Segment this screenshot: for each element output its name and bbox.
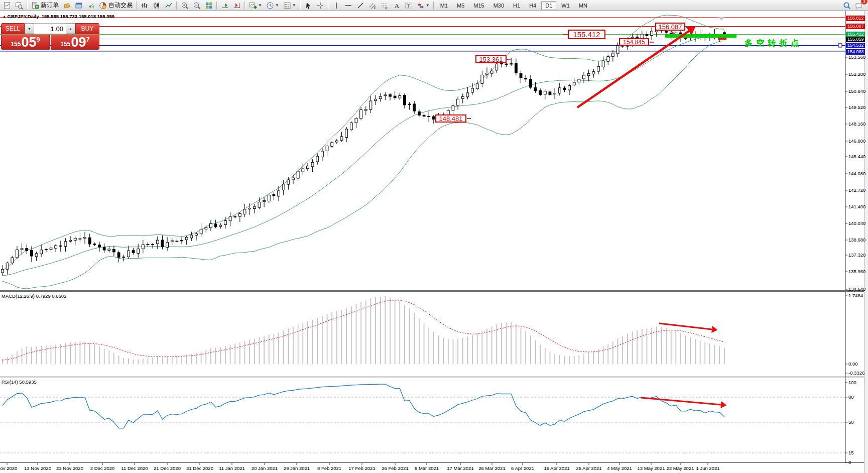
hline-handle[interactable] — [838, 44, 842, 47]
autotrading-button[interactable]: 自动交易 — [97, 0, 135, 11]
sell-button[interactable]: SELL — [1, 23, 25, 34]
date-axis-label: 26 Mar 2021 — [478, 465, 505, 471]
price-axis-tick: 144.080 — [848, 171, 865, 176]
candlestick-mode-button[interactable] — [151, 0, 163, 11]
date-axis-label: 13 Nov 2020 — [24, 465, 51, 471]
symbol-ohlc-bar: ▲ GBPJPY,Daily 155.585 155.733 155.018 1… — [3, 14, 114, 19]
price-annotation[interactable]: 154.845 — [619, 38, 649, 46]
signals-button[interactable] — [85, 0, 97, 11]
horizontal-line-tool-button[interactable] — [342, 0, 354, 11]
toolbar-separator — [300, 2, 301, 10]
hline-icon — [344, 2, 352, 10]
date-axis-label: 26 Feb 2021 — [382, 465, 408, 471]
volume-increase-button[interactable]: ▲ — [66, 24, 75, 34]
timeframe-h4-button[interactable]: H4 — [525, 1, 540, 10]
templates-button-dropdown-icon[interactable]: ▼ — [292, 3, 296, 8]
price-axis-tick: 137.320 — [848, 253, 865, 258]
chart-profiles-button[interactable] — [13, 0, 25, 11]
auto-scroll-button[interactable] — [219, 0, 231, 11]
crosshair-tool-button[interactable] — [314, 0, 326, 11]
chart-doc-icon — [3, 2, 11, 10]
date-axis-label: 4 May 2021 — [607, 465, 632, 471]
text-tool-button[interactable]: A — [391, 0, 403, 11]
date-axis-label: 31 Dec 2020 — [186, 465, 213, 471]
label-icon: T — [405, 2, 413, 10]
notifications-button[interactable]: 1 — [853, 0, 865, 11]
rsi-axis-tick: 50 — [848, 420, 854, 425]
timeframe-w1-button[interactable]: W1 — [557, 1, 574, 10]
one-click-collapse-icon[interactable]: ▲ — [3, 15, 6, 18]
toolbar: 新订单自动交易▼▼▼EFAT▼M1M5M15M30H1H4D1W1MN1 — [0, 0, 868, 11]
line-chart-mode-button[interactable] — [163, 0, 175, 11]
ohlc-close: 155.059 — [97, 14, 114, 19]
chart-shift-button[interactable] — [231, 0, 243, 11]
price-annotation[interactable]: 156.087 — [655, 23, 685, 31]
price-annotation[interactable]: 148.481 — [435, 114, 466, 123]
shapes-icon — [417, 2, 425, 10]
rsi-label: RSI(14) 58.5935 — [2, 379, 37, 385]
ohlc-open: 155.585 — [42, 14, 59, 19]
buy-price-display[interactable]: 155097 — [51, 35, 99, 50]
svg-text:E: E — [374, 6, 376, 10]
volume-field[interactable]: 1.00 — [34, 24, 66, 34]
market-watch-button[interactable] — [61, 0, 73, 11]
chart-canvas[interactable] — [0, 0, 868, 473]
timeframe-m1-button[interactable]: M1 — [436, 1, 452, 10]
new-chart-button[interactable] — [1, 0, 13, 11]
chart-search-icon — [15, 2, 23, 10]
timeframe-h1-button[interactable]: H1 — [509, 1, 524, 10]
timeframe-d1-button[interactable]: D1 — [541, 1, 556, 10]
note-text-annotation[interactable]: 多空转折点 — [745, 38, 802, 49]
vertical-line-tool-button[interactable] — [330, 0, 342, 11]
chart-shift-icon — [233, 2, 241, 10]
green-support-bar[interactable] — [665, 34, 736, 38]
navigator-icon — [75, 2, 83, 10]
market-watch-icon — [63, 2, 71, 10]
toolbar-search-button[interactable] — [841, 0, 853, 11]
price-annotation[interactable]: 153.361 — [475, 55, 507, 63]
svg-text:A: A — [394, 2, 399, 10]
new-order-button[interactable]: 新订单 — [29, 0, 61, 11]
price-axis-tick: 148.160 — [848, 122, 865, 127]
templates-button[interactable]: ▼ — [281, 0, 298, 11]
macd-label: MACD(12,26,9) 0.7929 0.8602 — [2, 293, 66, 299]
date-axis-label: 20 Jan 2021 — [252, 465, 278, 471]
cursor-tool-button[interactable] — [302, 0, 314, 11]
equidistant-channel-tool-button[interactable]: E — [366, 0, 379, 11]
svg-text:F: F — [385, 6, 387, 10]
ohlc-high: 155.733 — [60, 14, 77, 19]
navigator-button[interactable] — [73, 0, 85, 11]
indicators-button[interactable]: ▼ — [247, 0, 264, 11]
symbol-name: GBPJPY,Daily — [8, 14, 39, 19]
rsi-axis-tick: 0 — [848, 460, 851, 465]
tile-windows-button[interactable] — [203, 0, 215, 11]
periods-button-dropdown-icon[interactable]: ▼ — [275, 3, 279, 8]
price-axis-tick: 150.840 — [848, 89, 865, 94]
ohlc-low: 155.018 — [79, 14, 96, 19]
autoscroll-icon — [221, 2, 229, 10]
trendline-tool-button[interactable] — [354, 0, 366, 11]
arrows-tool-button[interactable]: ▼ — [415, 0, 432, 11]
buy-button[interactable]: BUY — [75, 23, 99, 34]
sell-price-display[interactable]: 155059 — [1, 35, 50, 50]
price-chip: 156.812 — [846, 16, 865, 21]
zoom-in-button[interactable] — [179, 0, 191, 11]
date-axis-label: 13 May 2021 — [638, 465, 665, 471]
timeframe-m5-button[interactable]: M5 — [453, 1, 468, 10]
price-annotation[interactable]: 155.412 — [568, 30, 605, 39]
red-dash-marker[interactable] — [718, 38, 726, 40]
indicators-button-dropdown-icon[interactable]: ▼ — [258, 3, 262, 8]
arrows-tool-button-dropdown-icon[interactable]: ▼ — [426, 3, 430, 8]
fibonacci-tool-button[interactable]: F — [379, 0, 391, 11]
bar-chart-mode-button[interactable] — [139, 0, 151, 11]
timeframe-m15-button[interactable]: M15 — [469, 1, 488, 10]
volume-decrease-button[interactable]: ▼ — [25, 24, 34, 34]
macd-axis-tick: 0.00 — [848, 362, 858, 367]
timeframe-m30-button[interactable]: M30 — [489, 1, 508, 10]
timeframe-mn-button[interactable]: MN — [575, 1, 591, 10]
date-axis-label: 17 Mar 2021 — [447, 465, 473, 471]
periods-button[interactable]: ▼ — [264, 0, 281, 11]
label-tool-button[interactable]: T — [403, 0, 415, 11]
svg-text:T: T — [407, 3, 410, 8]
zoom-out-button[interactable] — [191, 0, 203, 11]
